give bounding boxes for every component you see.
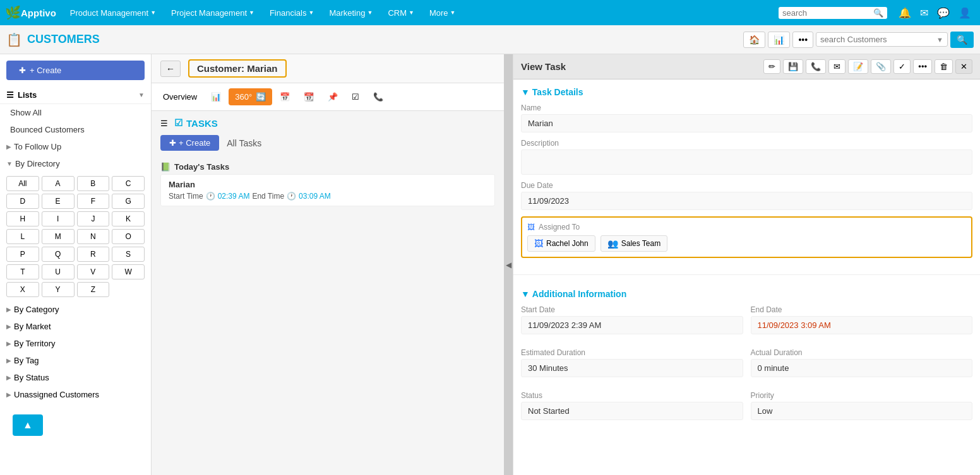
dir-btn-i[interactable]: I [42, 211, 75, 226]
dir-btn-j[interactable]: J [77, 211, 110, 226]
sidebar-item-bounced-customers[interactable]: Bounced Customers [0, 121, 151, 138]
user-avatar[interactable]: 👤 [955, 4, 975, 21]
search-customers-button[interactable]: 🔍 [950, 32, 974, 48]
lists-section-header[interactable]: ☰ Lists ▼ [0, 86, 151, 104]
sidebar-item-show-all[interactable]: Show All [0, 104, 151, 121]
note-button[interactable]: 📝 [848, 59, 868, 74]
email-button[interactable]: ✉ [828, 59, 846, 74]
tasks-menu-icon[interactable]: ☰ [160, 119, 168, 128]
tab-calendar2[interactable]: 📆 [297, 88, 320, 105]
additional-info-title[interactable]: ▼ Additional Information [521, 289, 972, 299]
dir-btn-u[interactable]: U [42, 264, 75, 279]
logo[interactable]: 🌿 Apptivo [5, 5, 56, 20]
tasks-create-button[interactable]: ✚ + Create [160, 135, 219, 151]
sidebar-item-by-status[interactable]: ▶ By Status [0, 369, 151, 386]
dir-btn-all[interactable]: All [6, 176, 39, 191]
dir-btn-r[interactable]: R [77, 247, 110, 262]
nav-crm[interactable]: CRM ▼ [381, 0, 421, 25]
nav-more[interactable]: More ▼ [423, 0, 462, 25]
dir-btn-d[interactable]: D [6, 194, 39, 209]
task-row[interactable]: Marian Start Time 🕐 02:39 AM End Time 🕐 … [160, 174, 495, 206]
tab-calendar[interactable]: 📅 [273, 88, 296, 105]
assignee-rachel-john[interactable]: 🖼 Rachel John [527, 235, 595, 252]
more-button[interactable]: ••• [913, 59, 932, 74]
back-button[interactable]: ← [160, 61, 181, 77]
sidebar-item-by-category[interactable]: ▶ By Category [0, 301, 151, 318]
more-options-button[interactable]: ••• [792, 32, 813, 48]
dir-btn-z[interactable]: Z [77, 282, 110, 297]
collapse-handle[interactable]: ◀ [504, 54, 513, 475]
dir-btn-a[interactable]: A [42, 176, 75, 191]
sidebar-item-unassigned[interactable]: ▶ Unassigned Customers [0, 386, 151, 403]
delete-button[interactable]: 🗑 [935, 59, 953, 74]
nav-financials[interactable]: Financials ▼ [263, 0, 320, 25]
sidebar-item-by-market[interactable]: ▶ By Market [0, 318, 151, 335]
tab-360[interactable]: 360° 🔄 [229, 88, 272, 105]
task-details-title[interactable]: ▼ Task Details [521, 87, 972, 97]
search-icon[interactable]: 🔍 [873, 8, 883, 18]
dir-btn-c[interactable]: C [112, 176, 145, 191]
call-button[interactable]: 📞 [806, 59, 826, 74]
assignee-sales-team[interactable]: 👥 Sales Team [601, 235, 667, 252]
tab-chart[interactable]: 📊 [205, 88, 227, 105]
chart-button[interactable]: 📊 [768, 32, 790, 48]
dir-btn-b[interactable]: B [77, 176, 110, 191]
dir-btn-k[interactable]: K [112, 211, 145, 226]
messages-icon[interactable]: ✉ [916, 4, 932, 21]
dir-btn-o[interactable]: O [112, 229, 145, 244]
sidebar-item-by-directory[interactable]: ▼ By Directory [0, 155, 151, 172]
save-button[interactable]: 💾 [783, 59, 803, 74]
search-customers-input[interactable] [820, 35, 934, 44]
follow-up-chevron-icon: ▶ [6, 143, 11, 150]
chevron-down-icon[interactable]: ▼ [936, 36, 943, 44]
edit-button[interactable]: ✏ [763, 59, 780, 74]
nav-product-management[interactable]: Product Management ▼ [64, 0, 162, 25]
close-button[interactable]: ✕ [955, 59, 972, 74]
tab-pin[interactable]: 📌 [321, 88, 344, 105]
complete-button[interactable]: ✓ [893, 59, 911, 74]
start-time-icon: 🕐 [206, 192, 215, 201]
dir-btn-m[interactable]: M [42, 229, 75, 244]
task-check-icon: ☑ [352, 92, 359, 102]
dir-btn-x[interactable]: X [6, 282, 39, 297]
dir-btn-s[interactable]: S [112, 247, 145, 262]
lists-chevron-icon: ▼ [138, 91, 145, 98]
dir-btn-p[interactable]: P [6, 247, 39, 262]
end-time-value: 03:09 AM [299, 192, 331, 201]
search-input[interactable] [782, 8, 871, 18]
sidebar-item-to-follow-up[interactable]: ▶ To Follow Up [0, 138, 151, 155]
estimated-duration-value: 30 Minutes [521, 359, 743, 377]
dir-btn-h[interactable]: H [6, 211, 39, 226]
dir-btn-l[interactable]: L [6, 229, 39, 244]
customer-name-badge: Customer: Marian [188, 59, 287, 78]
home-button[interactable]: 🏠 [743, 32, 765, 48]
nav-project-management[interactable]: Project Management ▼ [165, 0, 261, 25]
attach-button[interactable]: 📎 [871, 59, 891, 74]
dir-btn-t[interactable]: T [6, 264, 39, 279]
dir-btn-f[interactable]: F [77, 194, 110, 209]
todays-tasks-icon: 📗 [160, 162, 170, 172]
scroll-to-top-button[interactable]: ▲ [13, 414, 43, 436]
nav-marketing[interactable]: Marketing ▼ [323, 0, 379, 25]
create-button[interactable]: ✚ + Create [6, 61, 145, 80]
main-layout: ✚ + Create ☰ Lists ▼ Show All Bounced Cu… [0, 54, 980, 475]
dir-btn-q[interactable]: Q [42, 247, 75, 262]
tab-phone[interactable]: 📞 [367, 88, 390, 105]
notifications-icon[interactable]: 🔔 [895, 4, 915, 21]
group-icon: 👥 [607, 238, 618, 249]
assigned-to-icon: 🖼 [527, 223, 535, 232]
dir-btn-g[interactable]: G [112, 194, 145, 209]
page-title: 📋 CUSTOMERS [6, 32, 738, 47]
chat-icon[interactable]: 💬 [933, 4, 953, 21]
sidebar-item-by-tag[interactable]: ▶ By Tag [0, 352, 151, 369]
dir-btn-v[interactable]: V [77, 264, 110, 279]
tab-tasks[interactable]: ☑ [345, 88, 366, 105]
dir-btn-w[interactable]: W [112, 264, 145, 279]
sidebar: ✚ + Create ☰ Lists ▼ Show All Bounced Cu… [0, 54, 152, 475]
dir-btn-n[interactable]: N [77, 229, 110, 244]
tab-overview[interactable]: Overview [157, 88, 203, 105]
sidebar-item-by-territory[interactable]: ▶ By Territory [0, 335, 151, 352]
dir-btn-y[interactable]: Y [42, 282, 75, 297]
dir-btn-e[interactable]: E [42, 194, 75, 209]
due-date-field: Due Date 11/09/2023 [521, 181, 972, 210]
